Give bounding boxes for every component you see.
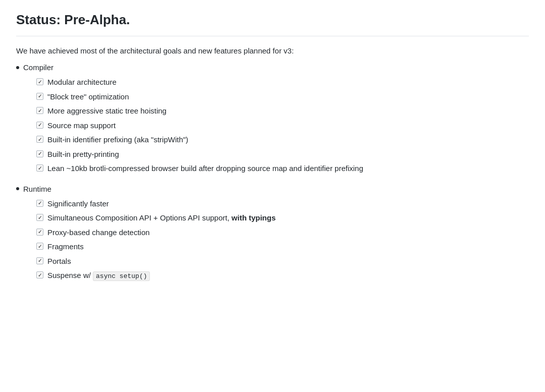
list-item-faster: Significantly faster (36, 198, 529, 210)
item-text-source-map: Source map support (47, 120, 529, 132)
item-text-faster: Significantly faster (47, 198, 529, 210)
section-label-compiler: Compiler (16, 63, 529, 72)
item-text-portals: Portals (47, 256, 529, 267)
list-item-portals: Portals (36, 256, 529, 267)
checkbox-icon (36, 150, 43, 157)
list-item-suspense: Suspense w/ async setup() (36, 270, 529, 282)
item-text-block-tree: "Block tree" optimization (47, 91, 529, 103)
item-text-pretty-printing: Built-in pretty-printing (47, 149, 529, 160)
list-item-source-map: Source map support (36, 120, 529, 132)
checkbox-icon (36, 93, 43, 100)
item-text-composition-api: Simultaneous Composition API + Options A… (47, 212, 529, 224)
list-item-composition-api: Simultaneous Composition API + Options A… (36, 212, 529, 224)
checkbox-icon (36, 107, 43, 114)
main-list: CompilerModular architecture"Block tree"… (16, 63, 529, 282)
checkbox-icon (36, 271, 43, 278)
list-item-lean-build: Lean ~10kb brotli-compressed browser bui… (36, 163, 529, 175)
bullet-icon (16, 187, 19, 190)
list-item-fragments: Fragments (36, 241, 529, 253)
item-text-suspense: Suspense w/ async setup() (47, 270, 529, 282)
section-runtime: RuntimeSignificantly fasterSimultaneous … (16, 185, 529, 282)
item-text-static-hoisting: More aggressive static tree hoisting (47, 105, 529, 117)
list-item-modular-arch: Modular architecture (36, 77, 529, 88)
list-item-static-hoisting: More aggressive static tree hoisting (36, 105, 529, 117)
intro-text: We have achieved most of the architectur… (16, 46, 529, 55)
item-text-lean-build: Lean ~10kb brotli-compressed browser bui… (47, 163, 529, 175)
checkbox-icon (36, 257, 43, 264)
checkbox-icon (36, 214, 43, 221)
checkbox-icon (36, 78, 43, 85)
list-item-proxy-detection: Proxy-based change detection (36, 227, 529, 239)
list-item-pretty-printing: Built-in pretty-printing (36, 149, 529, 160)
item-text-identifier-prefixing: Built-in identifier prefixing (aka "stri… (47, 134, 529, 146)
sub-list-runtime: Significantly fasterSimultaneous Composi… (36, 198, 529, 282)
bullet-icon (16, 66, 19, 69)
checkbox-icon (36, 136, 43, 143)
checkbox-icon (36, 243, 43, 250)
item-text-proxy-detection: Proxy-based change detection (47, 227, 529, 239)
item-text-fragments: Fragments (47, 241, 529, 253)
checkbox-icon (36, 229, 43, 236)
section-compiler: CompilerModular architecture"Block tree"… (16, 63, 529, 175)
item-text-modular-arch: Modular architecture (47, 77, 529, 88)
section-title-compiler: Compiler (23, 63, 53, 72)
section-title-runtime: Runtime (23, 185, 51, 193)
list-item-identifier-prefixing: Built-in identifier prefixing (aka "stri… (36, 134, 529, 146)
sub-list-compiler: Modular architecture"Block tree" optimiz… (36, 77, 529, 175)
checkbox-icon (36, 200, 43, 207)
checkbox-icon (36, 164, 43, 172)
page-title: Status: Pre-Alpha. (16, 12, 529, 36)
section-label-runtime: Runtime (16, 185, 529, 193)
list-item-block-tree: "Block tree" optimization (36, 91, 529, 103)
checkbox-icon (36, 122, 43, 129)
